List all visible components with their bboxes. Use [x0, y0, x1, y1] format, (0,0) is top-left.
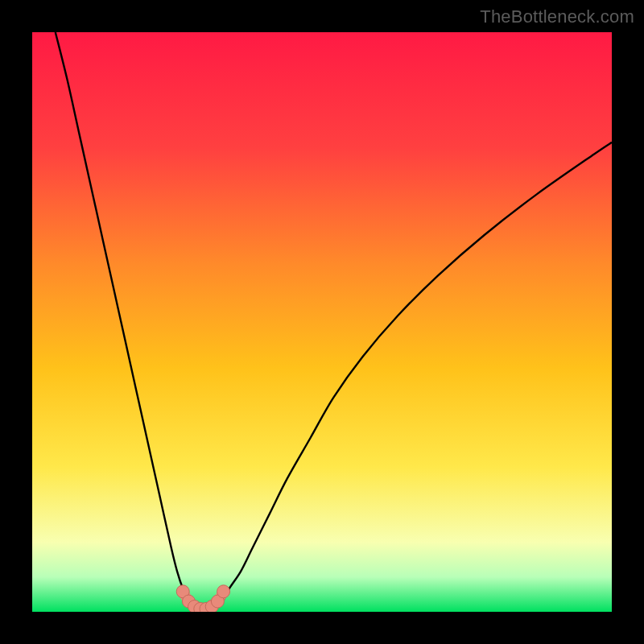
watermark-text: TheBottleneck.com	[480, 6, 634, 27]
valley-marker	[217, 585, 230, 598]
gradient-background	[32, 32, 612, 612]
plot-area	[32, 32, 612, 612]
outer-frame: TheBottleneck.com	[0, 0, 644, 644]
bottleneck-chart	[32, 32, 612, 612]
